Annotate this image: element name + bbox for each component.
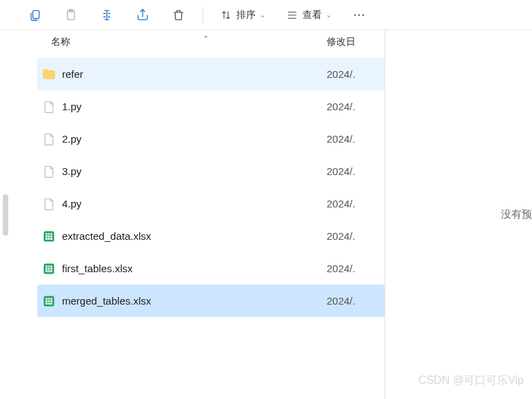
main-area: 名称 ⌃ 修改日 refer2024/.1.py2024/.2.py2024/.… — [0, 30, 532, 399]
file-name: 3.py — [58, 165, 320, 177]
column-name-header[interactable]: 名称 — [37, 36, 320, 48]
spreadsheet-icon — [40, 227, 58, 245]
file-name: extracted_data.xlsx — [58, 230, 320, 242]
file-list-pane: 名称 ⌃ 修改日 refer2024/.1.py2024/.2.py2024/.… — [12, 30, 385, 399]
more-icon[interactable]: ··· — [352, 8, 367, 23]
file-name: refer — [58, 68, 320, 80]
sort-label: 排序 — [236, 9, 256, 21]
copy-icon[interactable] — [28, 8, 43, 23]
file-row[interactable]: 1.py2024/. — [37, 90, 385, 123]
paste-icon[interactable] — [63, 8, 79, 23]
delete-icon[interactable] — [171, 8, 186, 23]
folder-icon — [40, 65, 58, 83]
sort-button[interactable]: 排序 ⌄ — [220, 9, 265, 21]
file-icon — [40, 195, 58, 213]
file-name: first_tables.xlsx — [58, 263, 320, 274]
file-row[interactable]: merged_tables.xlsx2024/. — [37, 285, 385, 317]
file-date: 2024/. — [320, 198, 385, 209]
svg-rect-8 — [45, 265, 52, 267]
view-button[interactable]: 查看 ⌄ — [286, 9, 331, 21]
svg-rect-5 — [45, 233, 52, 235]
left-scroll-gutter — [0, 30, 12, 399]
svg-rect-11 — [45, 298, 52, 300]
file-icon — [40, 130, 58, 148]
sort-caret-icon: ⌃ — [203, 34, 209, 43]
file-row[interactable]: 3.py2024/. — [37, 155, 385, 187]
column-date-header[interactable]: 修改日 — [320, 36, 385, 48]
preview-empty-text: 没有预 — [501, 208, 532, 221]
file-name: 4.py — [58, 198, 320, 209]
svg-rect-0 — [33, 10, 39, 19]
file-name: 1.py — [58, 101, 320, 112]
file-date: 2024/. — [320, 263, 385, 274]
file-row[interactable]: refer2024/. — [37, 58, 385, 90]
file-date: 2024/. — [320, 295, 385, 307]
toolbar-separator — [203, 7, 203, 23]
rename-icon[interactable] — [99, 8, 114, 23]
file-date: 2024/. — [320, 230, 385, 242]
file-date: 2024/. — [320, 133, 385, 145]
file-icon — [40, 98, 58, 116]
file-row[interactable]: first_tables.xlsx2024/. — [37, 252, 385, 285]
file-icon — [40, 163, 58, 181]
file-row[interactable]: 4.py2024/. — [37, 187, 385, 220]
chevron-down-icon: ⌄ — [260, 11, 265, 19]
file-list: refer2024/.1.py2024/.2.py2024/.3.py2024/… — [37, 54, 385, 317]
file-row[interactable]: extracted_data.xlsx2024/. — [37, 220, 385, 252]
preview-pane: 没有预 — [385, 30, 532, 399]
file-date: 2024/. — [320, 68, 385, 80]
scrollbar-thumb[interactable] — [3, 194, 8, 236]
toolbar: 排序 ⌄ 查看 ⌄ ··· — [0, 0, 532, 30]
file-name: merged_tables.xlsx — [58, 295, 320, 307]
chevron-down-icon: ⌄ — [326, 11, 331, 19]
file-name: 2.py — [58, 133, 320, 145]
file-date: 2024/. — [320, 101, 385, 112]
file-row[interactable]: 2.py2024/. — [37, 123, 385, 155]
column-headers: 名称 ⌃ 修改日 — [37, 30, 385, 54]
share-icon[interactable] — [135, 8, 150, 23]
file-date: 2024/. — [320, 165, 385, 177]
view-label: 查看 — [303, 9, 322, 21]
spreadsheet-icon — [40, 260, 58, 278]
spreadsheet-icon — [40, 292, 58, 310]
